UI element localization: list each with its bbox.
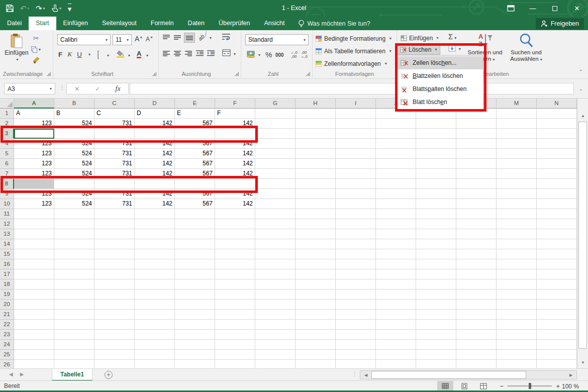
align-top-icon[interactable] [163,34,170,40]
column-header-C[interactable]: C [94,99,135,109]
conditional-formatting-button[interactable]: Bedingte Formatierung▾ [316,33,391,44]
cell-E2[interactable]: 567 [175,119,215,129]
cell-E7[interactable]: 567 [175,169,215,179]
cell-J8[interactable] [376,179,416,189]
row-header-8[interactable]: 8 [0,179,14,189]
cell-M11[interactable] [497,209,537,219]
cell-L7[interactable] [456,169,497,179]
formula-bar-handle-icon[interactable]: ⋮ [59,84,65,91]
cell-K16[interactable] [416,259,456,269]
cell-N13[interactable] [537,229,577,239]
italic-button[interactable]: K [67,50,72,58]
merge-center-icon[interactable] [222,49,231,56]
format-as-table-button[interactable]: Als Tabelle formatieren▾ [316,46,391,56]
scroll-left-icon[interactable]: ◀ [360,371,371,379]
wrap-text-icon[interactable] [222,33,230,40]
name-box[interactable]: A3▾ [4,83,55,94]
cell-L26[interactable] [456,360,497,368]
row-header-9[interactable]: 9 [0,189,14,199]
cell-K25[interactable] [416,350,456,360]
cell-I5[interactable] [336,149,376,159]
cell-F25[interactable] [215,350,255,360]
tab-daten[interactable]: Daten [181,17,212,30]
cell-B3[interactable] [54,129,94,139]
cell-C16[interactable] [94,259,135,269]
tab-formeln[interactable]: Formeln [144,17,181,30]
column-header-D[interactable]: D [135,99,175,109]
cell-B22[interactable] [54,320,94,330]
cell-M24[interactable] [497,340,537,350]
row-header-23[interactable]: 23 [0,330,14,340]
cell-N11[interactable] [537,209,577,219]
cell-N16[interactable] [537,259,577,269]
cell-E21[interactable] [175,310,215,320]
cell-D9[interactable]: 142 [135,189,175,199]
cell-E18[interactable] [175,279,215,289]
cell-I6[interactable] [336,159,376,169]
cell-L21[interactable] [456,310,497,320]
cell-A2[interactable]: 123 [14,119,54,129]
normal-view-button[interactable] [437,381,453,391]
format-painter-icon[interactable] [31,57,41,63]
cell-G20[interactable] [255,300,296,310]
cell-G24[interactable] [255,340,296,350]
font-size-combo[interactable]: 11▾ [113,34,132,45]
cell-D1[interactable]: D [135,109,175,119]
increase-indent-icon[interactable] [207,50,215,56]
cell-L17[interactable] [456,269,497,279]
cell-K13[interactable] [416,229,456,239]
cell-L19[interactable] [456,289,497,300]
cell-J6[interactable] [376,159,416,169]
cell-A19[interactable] [14,289,54,300]
cell-C15[interactable] [94,249,135,259]
cell-B23[interactable] [54,330,94,340]
cell-N19[interactable] [537,289,577,300]
cell-J2[interactable] [376,119,416,129]
cell-A24[interactable] [14,340,54,350]
cell-M12[interactable] [497,219,537,229]
row-header-14[interactable]: 14 [0,239,14,249]
cell-F12[interactable] [215,219,255,229]
cell-H18[interactable] [296,279,336,289]
undo-icon[interactable]: ↶▾ [20,4,29,13]
font-dialog-launcher-icon[interactable] [152,72,156,76]
cell-M18[interactable] [497,279,537,289]
cell-D7[interactable]: 142 [135,169,175,179]
cell-K14[interactable] [416,239,456,249]
cell-C9[interactable]: 731 [94,189,135,199]
cell-K17[interactable] [416,269,456,279]
scrollbar-splitter-icon[interactable]: ⋮ [352,371,357,377]
cell-L13[interactable] [456,229,497,239]
decrease-decimal-icon[interactable]: ,00→,0 [301,51,308,59]
cell-G26[interactable] [255,360,296,368]
cell-E20[interactable] [175,300,215,310]
cell-H5[interactable] [296,149,336,159]
cell-N4[interactable] [537,139,577,149]
cell-J1[interactable] [376,109,416,119]
cell-E15[interactable] [175,249,215,259]
cell-H12[interactable] [296,219,336,229]
cell-C8[interactable] [94,179,135,189]
cell-D25[interactable] [135,350,175,360]
cell-C17[interactable] [94,269,135,279]
cell-B15[interactable] [54,249,94,259]
cell-C23[interactable] [94,330,135,340]
cell-I19[interactable] [336,289,376,300]
cell-C20[interactable] [94,300,135,310]
row-header-22[interactable]: 22 [0,320,14,330]
row-header-16[interactable]: 16 [0,259,14,269]
cell-G4[interactable] [255,139,296,149]
cell-N24[interactable] [537,340,577,350]
cell-J22[interactable] [376,320,416,330]
cell-I16[interactable] [336,259,376,269]
cell-G9[interactable] [255,189,296,199]
row-header-12[interactable]: 12 [0,219,14,229]
cell-E3[interactable] [175,129,215,139]
cell-E24[interactable] [175,340,215,350]
cell-J11[interactable] [376,209,416,219]
cell-G11[interactable] [255,209,296,219]
cell-D22[interactable] [135,320,175,330]
row-header-25[interactable]: 25 [0,350,14,360]
cell-E6[interactable]: 567 [175,159,215,169]
column-header-F[interactable]: F [215,99,255,109]
